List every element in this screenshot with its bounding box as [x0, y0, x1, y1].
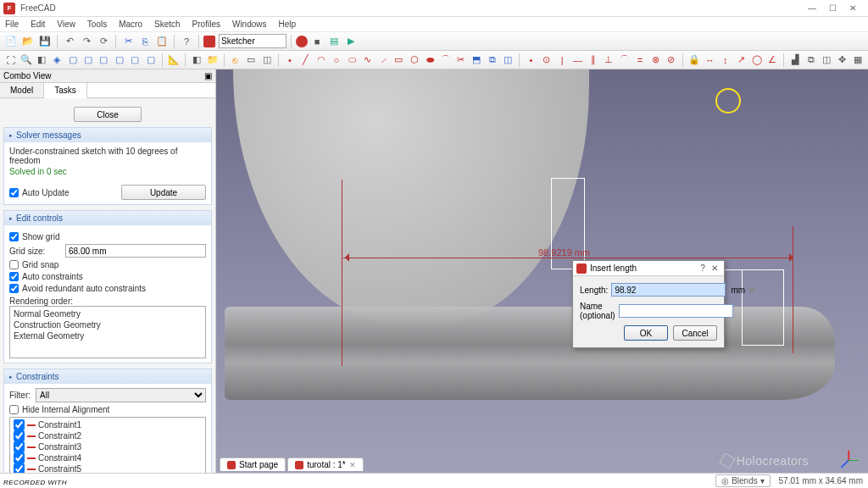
play-macro-icon[interactable]: ▶	[343, 34, 359, 49]
copy-sketch-icon[interactable]: ◫	[820, 53, 833, 68]
left-view-icon[interactable]: ▢	[143, 53, 157, 68]
grid-snap-checkbox[interactable]: Grid snap	[9, 260, 206, 269]
bspline-icon[interactable]: ∿	[361, 53, 375, 68]
clone-icon[interactable]: ⧉	[804, 53, 817, 68]
record-macro-icon[interactable]	[296, 36, 308, 47]
macros-icon[interactable]: ▤	[326, 34, 342, 49]
auto-constraints-checkbox[interactable]: Auto constraints	[9, 272, 206, 281]
render-item[interactable]: Construction Geometry	[14, 319, 202, 330]
name-input[interactable]	[619, 304, 733, 318]
dialog-help-icon[interactable]: ?	[697, 263, 709, 273]
radius-icon[interactable]: ◯	[749, 53, 763, 68]
menu-file[interactable]: File	[5, 19, 19, 29]
constraint-item[interactable]: Constraint3	[12, 441, 203, 452]
fit-all-icon[interactable]: ⛶	[3, 53, 17, 68]
tangent-icon[interactable]: ⌒	[617, 53, 631, 68]
lock-icon[interactable]: 🔒	[687, 53, 701, 68]
length-input[interactable]	[611, 283, 726, 297]
expression-icon[interactable]: ◉	[748, 286, 755, 294]
top-view-icon[interactable]: ▢	[81, 53, 95, 68]
avoid-redundant-checkbox[interactable]: Avoid redundant auto constraints	[9, 284, 206, 293]
panel-solver-header[interactable]: ▸Solver messages	[4, 128, 211, 142]
auto-update-checkbox[interactable]: Auto Update	[9, 188, 70, 197]
filter-select[interactable]: All	[36, 388, 206, 402]
vdist-icon[interactable]: ↕	[719, 53, 732, 68]
undo-icon[interactable]: ↶	[62, 34, 77, 49]
menu-help[interactable]: Help	[279, 19, 297, 29]
dialog-close-icon[interactable]: ✕	[709, 263, 721, 273]
ok-button[interactable]: OK	[624, 325, 668, 341]
sketch-edge[interactable]	[742, 269, 784, 346]
viewport-3d[interactable]: 98.9219 mm Holocreators Start page turot…	[216, 69, 868, 473]
maximize-icon[interactable]: ☐	[827, 3, 837, 13]
whatsthis-icon[interactable]: ?	[179, 34, 194, 49]
equal-icon[interactable]: =	[633, 53, 647, 68]
symmetric-icon[interactable]: ⊗	[648, 53, 662, 68]
perpendicular-icon[interactable]: ⊥	[602, 53, 615, 68]
construction-icon[interactable]: ◫	[501, 53, 515, 68]
menu-sketch[interactable]: Sketch	[154, 19, 181, 29]
dimension-text[interactable]: 98.9219 mm	[538, 247, 590, 258]
update-button[interactable]: Update	[121, 185, 206, 200]
draw-style-icon[interactable]: ◧	[35, 53, 48, 68]
constraint-item[interactable]: Constraint4	[12, 452, 203, 463]
panel-constraints-header[interactable]: ▸Constraints	[4, 369, 211, 384]
arc-icon[interactable]: ◠	[314, 53, 327, 68]
constraint-item[interactable]: Constraint2	[12, 430, 203, 441]
point-on-icon[interactable]: ⊙	[540, 53, 554, 68]
front-view-icon[interactable]: ▢	[66, 53, 80, 68]
open-icon[interactable]: 📂	[20, 34, 36, 49]
task-close-button[interactable]: Close	[74, 107, 142, 122]
bottom-view-icon[interactable]: ▢	[128, 53, 142, 68]
rectangle-icon[interactable]: ▭	[392, 53, 405, 68]
zoom-icon[interactable]: 🔍	[19, 53, 32, 68]
mirror-icon[interactable]: ▟	[788, 53, 802, 68]
measure-icon[interactable]: 📐	[167, 53, 181, 68]
cancel-button[interactable]: Cancel	[673, 325, 717, 341]
render-item[interactable]: External Geometry	[14, 330, 202, 341]
blends-menu[interactable]: ◎ Blends ▾	[715, 474, 770, 487]
combo-close-icon[interactable]: ▣	[204, 71, 212, 80]
rect-array-icon[interactable]: ▦	[850, 53, 864, 68]
fillet-icon[interactable]: ⌒	[438, 53, 452, 68]
menu-edit[interactable]: Edit	[31, 19, 45, 29]
save-icon[interactable]: 💾	[37, 34, 53, 49]
stop-macro-icon[interactable]: ■	[309, 34, 325, 49]
horizontal-icon[interactable]: —	[570, 53, 584, 68]
menu-tools[interactable]: Tools	[87, 19, 107, 29]
right-view-icon[interactable]: ▢	[97, 53, 110, 68]
render-item[interactable]: Normal Geometry	[14, 308, 202, 319]
new-icon[interactable]: 📄	[3, 34, 19, 49]
circle-icon[interactable]: ○	[330, 53, 343, 68]
tab-model[interactable]: Model	[0, 83, 44, 97]
tab-close-icon[interactable]: ✕	[349, 461, 356, 469]
close-icon[interactable]: ✕	[848, 3, 858, 13]
workbench-selector[interactable]	[219, 34, 287, 48]
refresh-icon[interactable]: ⟳	[96, 34, 111, 49]
polygon-icon[interactable]: ⬡	[408, 53, 421, 68]
carbon-copy-icon[interactable]: ⧉	[486, 53, 499, 68]
doc-tab-turotal[interactable]: turotal : 1*✕	[287, 458, 364, 471]
rendering-order-list[interactable]: Normal Geometry Construction Geometry Ex…	[9, 306, 206, 358]
dimension-line[interactable]	[343, 258, 793, 258]
constraint-item[interactable]: Constraint5	[12, 463, 203, 473]
doc-tab-start[interactable]: Start page	[220, 458, 286, 471]
move-icon[interactable]: ✥	[835, 53, 849, 68]
ellipse-icon[interactable]: ⬭	[345, 53, 359, 68]
slot-icon[interactable]: ⬬	[423, 53, 437, 68]
constraints-list[interactable]: Constraint1 Constraint2 Constraint3 Cons…	[9, 417, 206, 473]
hdist-icon[interactable]: ↔	[703, 53, 716, 68]
grid-size-input[interactable]	[65, 244, 206, 258]
angle-icon[interactable]: ∠	[765, 53, 779, 68]
leave-sketch-icon[interactable]: ⎋	[229, 53, 242, 68]
trim-icon[interactable]: ✂	[454, 53, 468, 68]
vertical-icon[interactable]: |	[555, 53, 569, 68]
point-icon[interactable]: •	[283, 53, 297, 68]
external-geom-icon[interactable]: ⬒	[470, 53, 483, 68]
part-icon[interactable]: ◧	[190, 53, 203, 68]
menu-profiles[interactable]: Profiles	[192, 19, 220, 29]
coincident-icon[interactable]: •	[524, 53, 537, 68]
constraint-item[interactable]: Constraint1	[12, 419, 203, 430]
rear-view-icon[interactable]: ▢	[113, 53, 126, 68]
panel-edit-header[interactable]: ▸Edit controls	[4, 211, 211, 225]
